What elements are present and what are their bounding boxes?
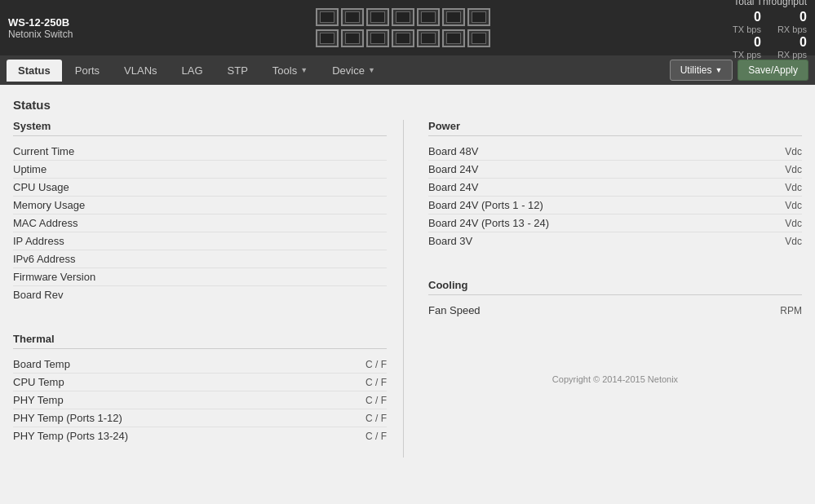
ipv6-address-label: IPv6 Address xyxy=(13,253,76,265)
phy-temp-ports-1-12-row: PHY Temp (Ports 1-12) C / F xyxy=(13,409,387,427)
ip-address-row: IP Address xyxy=(13,232,387,250)
tab-device[interactable]: Device ▼ xyxy=(321,60,387,82)
status-columns: System Current Time Uptime CPU Usage Mem… xyxy=(13,120,802,458)
board-24v-ports-13-24-value: Vdc xyxy=(785,218,802,229)
port-5 xyxy=(417,8,440,26)
rx-bps-col: 0 RX bps 0 RX pps xyxy=(777,9,807,60)
uptime-row: Uptime xyxy=(13,161,387,179)
port-6 xyxy=(442,8,465,26)
left-column: System Current Time Uptime CPU Usage Mem… xyxy=(13,120,404,458)
power-section: Power Board 48V Vdc Board 24V Vdc Board … xyxy=(428,120,802,250)
rx-pps-value: 0 xyxy=(799,34,807,50)
current-time-row: Current Time xyxy=(13,143,387,161)
device-dropdown-arrow: ▼ xyxy=(368,66,375,74)
main-content: Status System Current Time Uptime CPU Us… xyxy=(0,85,815,504)
phy-temp-ports-13-24-label: PHY Temp (Ports 13-24) xyxy=(13,430,128,442)
port-2 xyxy=(341,8,364,26)
fan-speed-label: Fan Speed xyxy=(428,304,481,316)
board-24v-row-2: Board 24V Vdc xyxy=(428,179,802,197)
port-12 xyxy=(417,29,440,47)
device-info: WS-12-250B Netonix Switch xyxy=(8,16,73,40)
board-24v-ports-13-24-label: Board 24V (Ports 13 - 24) xyxy=(428,217,549,229)
board-temp-row: Board Temp C / F xyxy=(13,356,387,374)
right-column: Power Board 48V Vdc Board 24V Vdc Board … xyxy=(404,120,802,458)
phy-temp-row: PHY Temp C / F xyxy=(13,391,387,409)
tab-lag[interactable]: LAG xyxy=(171,60,215,82)
tools-dropdown-arrow: ▼ xyxy=(300,66,308,74)
phy-temp-ports-13-24-value: C / F xyxy=(365,431,387,442)
board-48v-value: Vdc xyxy=(785,146,802,157)
device-name: Netonix Switch xyxy=(8,29,73,40)
utilities-button[interactable]: Utilities ▼ xyxy=(670,60,733,81)
throughput-label: Total Throughput xyxy=(733,0,807,7)
throughput-panel: Total Throughput 0 TX bps 0 TX pps 0 RX … xyxy=(733,0,807,60)
navbar: Status Ports VLANs LAG STP Tools ▼ Devic… xyxy=(0,55,815,85)
rx-bps-value: 0 xyxy=(799,9,807,24)
save-apply-button[interactable]: Save/Apply xyxy=(737,60,808,81)
board-temp-value: C / F xyxy=(365,359,387,370)
tab-ports[interactable]: Ports xyxy=(64,60,111,82)
firmware-version-row: Firmware Version xyxy=(13,268,387,286)
power-title: Power xyxy=(428,120,802,136)
board-24v-value-1: Vdc xyxy=(785,164,802,175)
port-4 xyxy=(392,8,414,26)
port-14 xyxy=(467,29,490,47)
current-time-label: Current Time xyxy=(13,145,74,157)
board-rev-row: Board Rev xyxy=(13,286,387,303)
thermal-section: Thermal Board Temp C / F CPU Temp C / F … xyxy=(13,333,387,444)
phy-temp-ports-1-12-label: PHY Temp (Ports 1-12) xyxy=(13,412,122,424)
port-diagram xyxy=(316,8,490,47)
phy-temp-value: C / F xyxy=(365,395,387,406)
utilities-dropdown-arrow: ▼ xyxy=(715,66,722,74)
ip-address-label: IP Address xyxy=(13,235,64,247)
port-1 xyxy=(316,8,339,26)
page-title: Status xyxy=(13,98,802,112)
board-24v-label-2: Board 24V xyxy=(428,181,478,193)
throughput-values: 0 TX bps 0 TX pps 0 RX bps 0 RX pps xyxy=(733,9,807,60)
board-24v-value-2: Vdc xyxy=(785,182,802,193)
fan-speed-row: Fan Speed RPM xyxy=(428,302,802,319)
cpu-usage-label: CPU Usage xyxy=(13,181,69,193)
rx-bps-label: RX bps xyxy=(777,24,807,34)
nav-buttons: Utilities ▼ Save/Apply xyxy=(670,60,808,81)
save-apply-label: Save/Apply xyxy=(748,64,798,76)
fan-speed-value: RPM xyxy=(780,305,802,316)
board-3v-value: Vdc xyxy=(785,236,802,247)
tx-pps-label: TX pps xyxy=(733,50,761,60)
uptime-label: Uptime xyxy=(13,163,47,175)
board-3v-row: Board 3V Vdc xyxy=(428,232,802,250)
port-11 xyxy=(392,29,414,47)
mac-address-label: MAC Address xyxy=(13,217,78,229)
phy-temp-ports-13-24-row: PHY Temp (Ports 13-24) C / F xyxy=(13,427,387,444)
board-3v-label: Board 3V xyxy=(428,235,472,247)
firmware-version-label: Firmware Version xyxy=(13,271,95,283)
tx-bps-label: TX bps xyxy=(733,24,761,34)
port-9 xyxy=(341,29,364,47)
cpu-temp-label: CPU Temp xyxy=(13,376,64,388)
header: WS-12-250B Netonix Switch Total Throughp… xyxy=(0,0,815,55)
tx-bps-value: 0 xyxy=(754,9,761,24)
device-model: WS-12-250B xyxy=(8,16,73,29)
port-13 xyxy=(442,29,465,47)
tab-vlans[interactable]: VLANs xyxy=(113,60,168,82)
port-row-top xyxy=(316,8,490,26)
board-48v-row: Board 48V Vdc xyxy=(428,143,802,161)
tab-tools[interactable]: Tools ▼ xyxy=(261,60,319,82)
system-title: System xyxy=(13,120,387,136)
port-3 xyxy=(366,8,389,26)
nav-tabs: Status Ports VLANs LAG STP Tools ▼ Devic… xyxy=(7,60,387,82)
cpu-temp-row: CPU Temp C / F xyxy=(13,374,387,391)
port-row-bottom xyxy=(316,29,490,47)
tx-bps-col: 0 TX bps 0 TX pps xyxy=(733,9,761,60)
tab-stp[interactable]: STP xyxy=(216,60,259,82)
port-10 xyxy=(366,29,389,47)
cpu-usage-row: CPU Usage xyxy=(13,179,387,197)
board-24v-label-1: Board 24V xyxy=(428,163,478,175)
tx-pps-value: 0 xyxy=(754,34,761,50)
cooling-section: Cooling Fan Speed RPM xyxy=(428,279,802,319)
board-24v-row-1: Board 24V Vdc xyxy=(428,161,802,179)
copyright: Copyright © 2014-2015 Netonix xyxy=(428,368,802,391)
tab-status[interactable]: Status xyxy=(7,60,62,82)
port-8 xyxy=(316,29,339,47)
ipv6-address-row: IPv6 Address xyxy=(13,250,387,268)
